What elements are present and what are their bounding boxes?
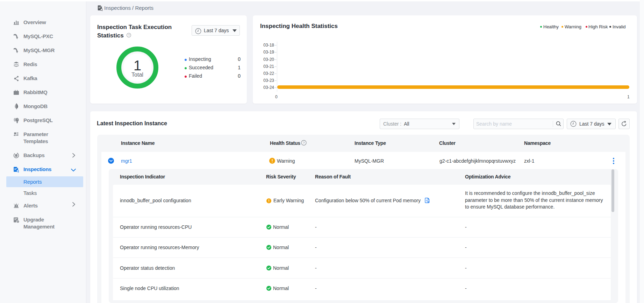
svg-text:?: ? (303, 141, 305, 145)
svg-text:Total: Total (131, 72, 143, 78)
svg-text:?: ? (128, 34, 130, 37)
svg-text:1: 1 (134, 58, 141, 73)
